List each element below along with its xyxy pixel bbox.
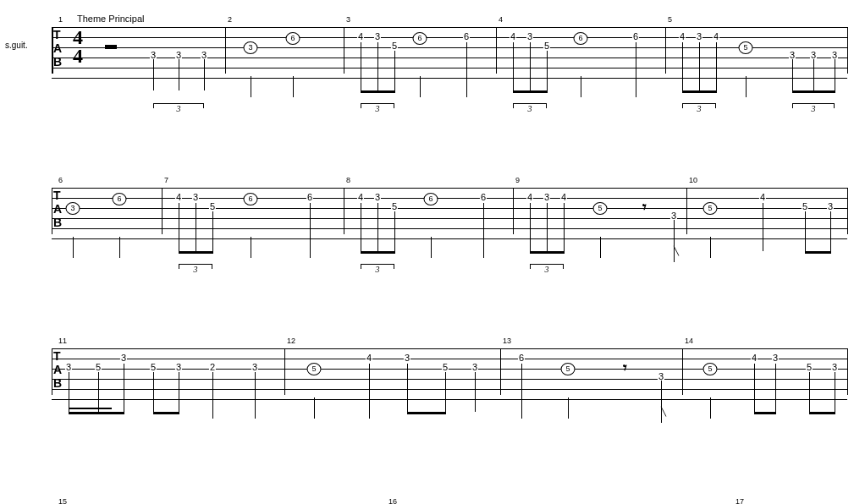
note-stem [805,211,806,251]
measure-number: 13 [503,337,511,345]
beam [179,251,213,254]
fret-number-circled: 5 [703,363,718,375]
barline [847,188,848,234]
measure-number: 7 [164,176,168,184]
beam [98,408,112,409]
fret-number: 3 [175,363,182,372]
fret-number: 6 [632,32,639,41]
note-stem [746,76,747,97]
note-stem [69,372,69,412]
tab-letter-t: T [53,189,61,201]
beam [682,90,717,93]
note-stem [153,59,154,90]
measure-number: 15 [58,497,67,504]
instrument-label: s.guit. [5,41,28,50]
fret-number: 3 [526,32,533,41]
note-stem [830,211,831,251]
triplet-number: 3 [373,104,383,113]
barline [682,348,683,395]
fret-number: 3 [404,353,410,363]
fret-number: 5 [543,41,550,51]
note-stem [377,203,378,251]
measure-number: 2 [228,15,232,24]
fret-number: 5 [806,363,813,372]
note-stem [445,372,446,412]
fret-number: 4 [713,32,719,41]
measure-number: 16 [388,497,397,504]
note-stem [710,397,711,419]
beam [407,412,446,414]
note-stem [212,211,213,251]
rest-icon [105,45,117,49]
fret-number: 5 [391,202,398,211]
note-stem [251,237,251,258]
note-stem [530,203,531,251]
fret-number: 6 [480,193,487,202]
barline [344,27,344,74]
tab-letter-a: A [53,42,62,54]
barline [665,27,666,74]
fret-number: 5 [391,41,398,51]
note-stem [431,237,432,258]
beam [153,412,179,414]
note-stem [547,203,548,251]
measure-number: 8 [346,176,350,184]
fret-number: 4 [759,193,766,202]
note-stem [394,211,395,251]
tab-letter-b: B [53,56,62,68]
barline [52,188,52,234]
note-stem [835,372,835,412]
tab-system-4: TAB151617353532333642642536╲╲╲33333 [9,490,856,504]
note-stem [119,237,120,258]
note-stem [716,42,717,90]
note-stem [809,372,810,412]
fret-number: 3 [120,353,127,363]
measure-number: 9 [515,176,520,184]
note-stem [394,51,395,90]
beam [513,90,548,93]
measure-number: 1 [58,15,63,24]
beam [361,251,395,254]
tab-lines [52,188,847,239]
barline [496,27,497,74]
tab-system-2: TAB678910𝄾364356643566434535453╲333 [9,169,856,279]
note-stem [361,42,361,90]
note-stem [98,372,99,412]
note-stem [314,397,315,419]
fret-number: 4 [357,32,364,41]
barline [847,27,848,74]
barline [162,188,163,234]
note-stem [568,397,569,419]
beam [805,251,831,254]
fret-number: 3 [65,363,72,372]
fret-number: 4 [560,193,567,202]
fret-number-circled: 5 [307,363,322,375]
tab-letter-t: T [53,350,61,362]
fret-number: 4 [510,32,516,41]
note-stem [124,364,124,412]
beam [69,408,99,409]
tab-system-3: TAB11121314𝄾35353235435365354353╲ [9,330,856,440]
fret-number-circled: 6 [113,193,127,205]
note-stem [361,203,361,251]
measure-number: 11 [58,337,67,345]
tab-lines [52,27,847,79]
note-flag-icon: ╲ [674,247,679,255]
measure-number: 12 [287,337,295,345]
note-stem [153,372,154,412]
beam [361,90,395,93]
barline [500,348,501,395]
tab-letter-t: T [53,29,61,41]
fret-number: 6 [306,193,313,202]
fret-number: 3 [831,363,838,372]
note-stem [204,59,205,90]
beam [754,412,776,414]
note-stem [475,372,476,412]
fret-number-circled: 6 [244,193,258,205]
note-stem [835,59,835,90]
beam [69,412,124,414]
barline [52,348,52,395]
note-stem [466,42,467,97]
fret-number: 3 [374,193,381,202]
fret-number: 3 [471,363,478,372]
